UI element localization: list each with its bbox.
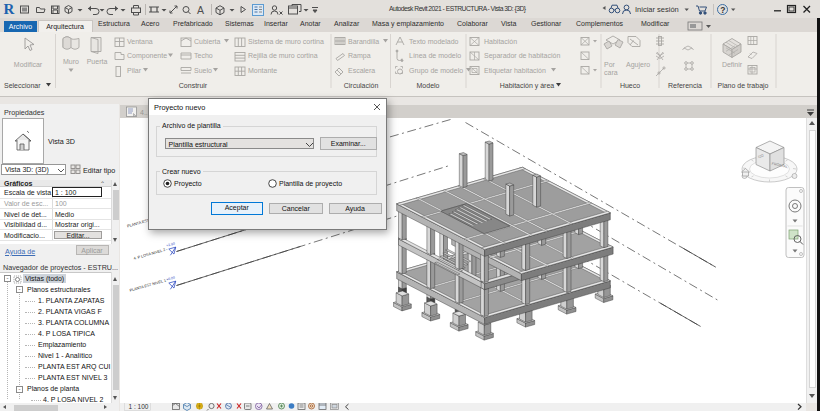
svg-text:Definir: Definir — [722, 60, 743, 67]
svg-text:Modelo: Modelo — [417, 82, 440, 89]
svg-text:Etiquetar habitación: Etiquetar habitación — [484, 66, 546, 74]
svg-text:Escalera: Escalera — [348, 66, 375, 73]
svg-text:Ventana: Ventana — [127, 37, 153, 44]
svg-text:R: R — [4, 1, 15, 17]
svg-text:Iniciar sesión: Iniciar sesión — [635, 5, 679, 14]
svg-text:?: ? — [720, 5, 725, 15]
svg-text:Grupo de modelo: Grupo de modelo — [409, 66, 463, 74]
svg-text:Construir: Construir — [179, 82, 208, 89]
svg-text:Plano de trabajo: Plano de trabajo — [718, 82, 769, 90]
svg-text:Componente: Componente — [127, 52, 167, 60]
svg-text:4. P LOSA NIVEL 2 -: 4. P LOSA NIVEL 2 - — [133, 247, 168, 261]
svg-text:Puerta: Puerta — [87, 57, 108, 64]
svg-text:Línea de modelo: Línea de modelo — [409, 52, 461, 59]
svg-text:Habitación: Habitación — [484, 37, 517, 44]
svg-text:1 : 100: 1 : 100 — [128, 403, 148, 410]
svg-text:PLANTA EST NIVEL 1 -: PLANTA EST NIVEL 1 - — [129, 278, 169, 293]
svg-text:Modificar: Modificar — [14, 60, 43, 67]
svg-text:cara: cara — [604, 68, 618, 75]
svg-text:Barandilla: Barandilla — [348, 37, 379, 44]
svg-text:Separador de habitación: Separador de habitación — [484, 52, 560, 60]
svg-text:A: A — [197, 4, 204, 16]
svg-text:Por: Por — [604, 61, 616, 68]
svg-text:Agujero: Agujero — [626, 61, 650, 69]
svg-text:Pilar: Pilar — [127, 66, 142, 73]
svg-text:+2.80: +2.80 — [165, 241, 175, 247]
svg-text:Referencia: Referencia — [668, 82, 702, 89]
svg-text:Hueco: Hueco — [620, 82, 640, 89]
svg-text:Seleccionar: Seleccionar — [4, 82, 41, 89]
svg-text:Montante: Montante — [248, 66, 277, 73]
svg-text:Cubierta: Cubierta — [194, 37, 221, 44]
svg-text:Sistema de muro cortina: Sistema de muro cortina — [248, 37, 324, 44]
svg-text:Rejilla de muro cortina: Rejilla de muro cortina — [248, 52, 318, 60]
svg-text:Rampa: Rampa — [348, 52, 371, 60]
svg-text:Techo: Techo — [194, 52, 213, 59]
svg-text:Muro: Muro — [63, 57, 79, 64]
svg-text:Habitación y área: Habitación y área — [500, 82, 555, 90]
svg-text:Circulación: Circulación — [344, 82, 379, 89]
svg-text:Suelo: Suelo — [194, 66, 212, 73]
svg-text:Texto modelado: Texto modelado — [409, 37, 459, 44]
